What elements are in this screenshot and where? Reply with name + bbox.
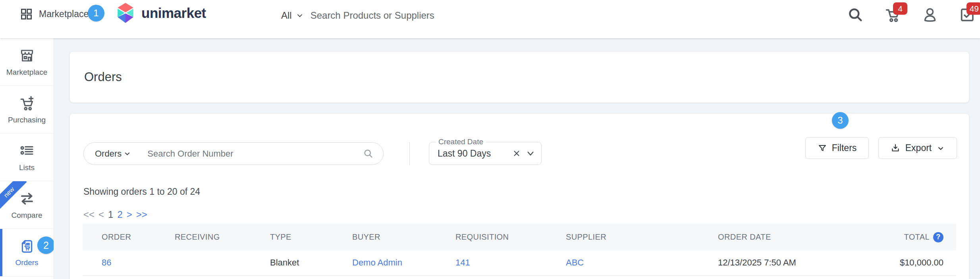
search-icon [847,7,863,23]
global-search-input[interactable] [311,10,517,21]
unimarket-logo-mark-icon [116,3,135,23]
sidebar: Marketplace Purchasing Lists new [0,38,54,279]
page-title: Orders [70,52,969,103]
supplier-link[interactable]: ABC [566,258,584,267]
chevron-down-icon [936,144,945,153]
sidebar-item-lists[interactable]: Lists [0,134,54,181]
table-header-row: ORDER RECEIVING TYPE BUYER REQUISITION S… [83,224,956,250]
main-content: Orders Orders Created Date Last 90 Days [54,38,980,279]
sidebar-item-label: Orders [15,258,38,267]
pagination-last[interactable]: >> [136,209,147,220]
order-search-bar: Orders [83,142,384,165]
compare-arrows-icon [19,190,35,207]
filters-button[interactable]: Filters [805,137,869,159]
chevron-down-icon [123,149,131,158]
type-cell: Blanket [270,250,352,275]
pagination-page-2[interactable]: 2 [117,209,122,220]
topbar: Marketplace 1 unimarket All [0,0,980,38]
results-summary: Showing orders 1 to 20 of 24 [83,186,200,197]
order-date-cell: 12/13/2025 7:50 AM [718,250,862,275]
pagination-next[interactable]: > [127,209,132,220]
sidebar-item-label: Compare [11,211,42,220]
topbar-actions: 4 49 [846,6,976,24]
cart-button[interactable]: 4 [884,6,902,24]
cart-count-badge: 4 [893,2,907,15]
receiving-cell [175,250,270,275]
requisition-link[interactable]: 141 [455,258,470,267]
step-marker-2: 2 [37,236,54,254]
pagination: << < 1 2 > >> [83,209,147,220]
column-header-order: ORDER [83,224,175,250]
export-button[interactable]: Export [878,137,957,159]
table-row: 86 Blanket Demo Admin 141 ABC 12/13/2025… [83,250,956,275]
created-date-value: Last 90 Days [438,142,491,165]
column-header-total: TOTAL ? [862,224,956,250]
clear-icon[interactable] [512,149,521,158]
order-number-search-input[interactable] [147,149,363,159]
step-marker-1: 1 [88,5,104,21]
order-number-link[interactable]: 86 [102,258,111,267]
order-document-icon [19,238,35,254]
orders-card: Orders Created Date Last 90 Days [70,114,969,279]
step-marker-3: 3 [832,112,849,129]
total-cell: $10,000.00 [862,250,956,275]
global-search: All [281,6,517,25]
search-scope-dropdown[interactable]: All [281,10,304,21]
chevron-down-icon [526,150,535,158]
order-search-scope-value: Orders [95,149,122,159]
column-header-requisition: REQUISITION [455,224,566,250]
buyer-link[interactable]: Demo Admin [352,258,402,267]
column-header-buyer: BUYER [352,224,455,250]
marketplace-menu-button[interactable]: Marketplace [20,4,89,24]
sidebar-item-purchasing[interactable]: Purchasing [0,86,54,134]
person-icon [921,6,939,23]
sidebar-item-marketplace[interactable]: Marketplace [0,38,54,86]
chevron-down-icon [295,11,304,20]
storefront-icon [19,47,35,64]
tasks-count-badge: 49 [966,2,980,15]
filters-button-label: Filters [832,143,857,153]
pagination-prev[interactable]: < [98,209,104,220]
sidebar-item-label: Purchasing [8,116,46,124]
page-title-card: Orders [70,52,969,103]
column-header-receiving: RECEIVING [175,224,270,250]
export-button-label: Export [905,143,932,153]
sidebar-item-compare[interactable]: new Compare [0,181,54,229]
export-download-icon [890,143,901,153]
account-button[interactable] [921,6,939,24]
sidebar-item-orders[interactable]: Orders 2 [0,229,54,277]
column-header-total-label: TOTAL [904,232,930,242]
unimarket-logo-text: unimarket [141,5,206,21]
search-scope-value: All [281,10,292,21]
pagination-page-1: 1 [108,209,113,220]
marketplace-menu-label: Marketplace [39,9,89,19]
list-icon [19,143,35,159]
sidebar-item-label: Marketplace [6,68,48,77]
unimarket-logo[interactable]: unimarket [116,3,206,23]
cart-plus-icon [19,95,35,112]
column-header-type: TYPE [270,224,352,250]
order-search-scope-dropdown[interactable]: Orders [95,149,131,159]
orders-table: ORDER RECEIVING TYPE BUYER REQUISITION S… [83,224,956,276]
funnel-icon [818,143,827,153]
created-date-filter[interactable]: Created Date Last 90 Days [429,142,542,165]
sidebar-item-label: Lists [19,163,35,172]
search-button[interactable] [846,6,864,24]
grid-menu-icon [20,8,33,21]
column-header-order-date: ORDER DATE [718,224,862,250]
search-icon[interactable] [363,148,374,159]
help-icon[interactable]: ? [933,232,943,242]
toolbar-divider [409,142,410,165]
pagination-first[interactable]: << [83,209,95,220]
column-header-supplier: SUPPLIER [566,224,718,250]
tasks-button[interactable]: 49 [958,6,976,24]
